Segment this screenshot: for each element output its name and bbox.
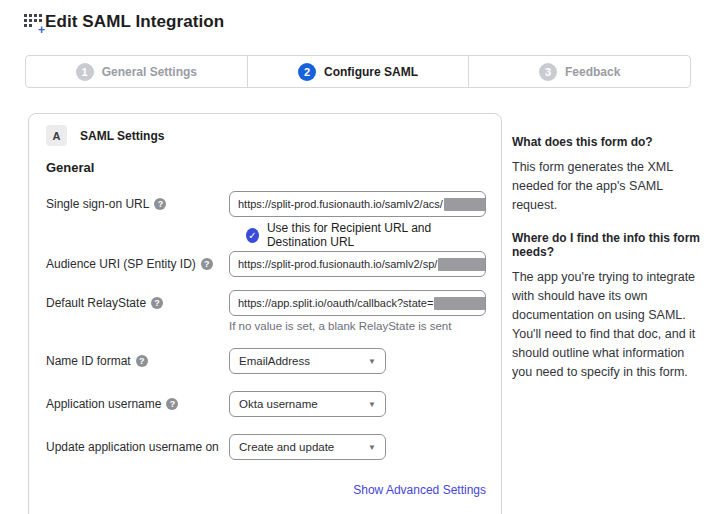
- audience-uri-input[interactable]: https://split-prod.fusionauth.io/samlv2/…: [229, 251, 486, 277]
- section-a-badge: A: [46, 125, 67, 146]
- help-icon[interactable]: ?: [136, 355, 148, 367]
- help-icon[interactable]: ?: [154, 198, 166, 210]
- label-text: Default RelayState: [46, 296, 146, 310]
- step-1-label: General Settings: [102, 65, 197, 79]
- step-2-circle: 2: [298, 63, 316, 81]
- selected-value: Create and update: [239, 441, 334, 453]
- single-sign-on-url-label: Single sign-on URL ?: [46, 191, 229, 211]
- name-id-format-select[interactable]: EmailAddress ▼: [229, 348, 386, 374]
- help-question-2: Where do I find the info this form needs…: [512, 231, 705, 259]
- help-icon[interactable]: ?: [151, 297, 163, 309]
- apps-grid-plus-icon: +: [24, 13, 43, 32]
- label-text: Name ID format: [46, 354, 131, 368]
- recipient-url-checkbox[interactable]: ✓: [246, 228, 259, 243]
- selected-value: Okta username: [239, 398, 318, 410]
- help-sidebar: What does this form do? This form genera…: [512, 135, 705, 398]
- help-answer-1: This form generates the XML needed for t…: [512, 158, 705, 215]
- default-relaystate-label: Default RelayState ?: [46, 290, 229, 310]
- single-sign-on-url-input[interactable]: https://split-prod.fusionauth.io/samlv2/…: [229, 191, 486, 217]
- update-username-select[interactable]: Create and update ▼: [229, 434, 386, 460]
- step-1-circle: 1: [76, 63, 94, 81]
- page-header: + Edit SAML Integration: [24, 12, 224, 32]
- audience-uri-label: Audience URI (SP Entity ID) ?: [46, 251, 229, 271]
- label-text: Audience URI (SP Entity ID): [46, 257, 196, 271]
- step-3-label: Feedback: [565, 65, 620, 79]
- label-text: Update application username on: [46, 440, 219, 454]
- help-icon[interactable]: ?: [201, 258, 213, 270]
- plus-glyph: +: [38, 25, 45, 35]
- section-title: SAML Settings: [80, 129, 164, 143]
- show-advanced-settings-link[interactable]: Show Advanced Settings: [353, 483, 486, 497]
- tab-configure-saml[interactable]: 2 Configure SAML: [247, 56, 469, 87]
- help-question-1: What does this form do?: [512, 135, 705, 149]
- input-value: https://split-prod.fusionauth.io/samlv2/…: [238, 198, 443, 210]
- general-group-title: General: [46, 160, 486, 175]
- tab-feedback[interactable]: 3 Feedback: [468, 56, 690, 87]
- recipient-url-checkbox-label: Use this for Recipient URL and Destinati…: [267, 221, 486, 249]
- application-username-label: Application username ?: [46, 391, 229, 411]
- update-username-label: Update application username on: [46, 434, 229, 454]
- wizard-steps: 1 General Settings 2 Configure SAML 3 Fe…: [25, 55, 691, 88]
- step-2-label: Configure SAML: [324, 65, 418, 79]
- help-answer-2: The app you're trying to integrate with …: [512, 268, 705, 382]
- redacted-value: [434, 297, 486, 310]
- page-title: Edit SAML Integration: [45, 12, 224, 32]
- chevron-down-icon: ▼: [368, 357, 376, 366]
- selected-value: EmailAddress: [239, 355, 310, 367]
- input-value: https://app.split.io/oauth/callback?stat…: [238, 297, 433, 309]
- redacted-value: [444, 198, 486, 211]
- input-value: https://split-prod.fusionauth.io/samlv2/…: [238, 258, 437, 270]
- chevron-down-icon: ▼: [368, 443, 376, 452]
- default-relaystate-input[interactable]: https://app.split.io/oauth/callback?stat…: [229, 290, 486, 316]
- name-id-format-label: Name ID format ?: [46, 348, 229, 368]
- step-3-circle: 3: [539, 63, 557, 81]
- chevron-down-icon: ▼: [368, 400, 376, 409]
- tab-general-settings[interactable]: 1 General Settings: [26, 56, 247, 87]
- label-text: Single sign-on URL: [46, 197, 149, 211]
- saml-settings-panel: A SAML Settings General Single sign-on U…: [28, 113, 502, 514]
- help-icon[interactable]: ?: [166, 398, 178, 410]
- label-text: Application username: [46, 397, 161, 411]
- relaystate-hint: If no value is set, a blank RelayState i…: [229, 320, 486, 332]
- application-username-select[interactable]: Okta username ▼: [229, 391, 386, 417]
- redacted-value: [438, 258, 486, 271]
